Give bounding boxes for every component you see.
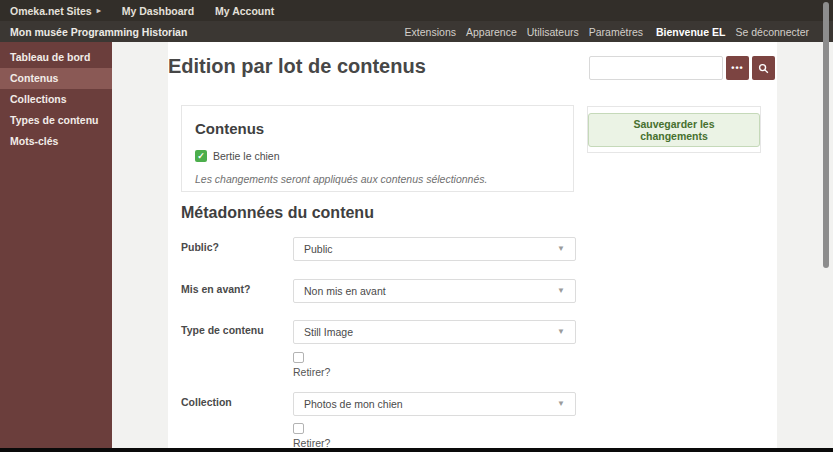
featured-field-label: Mis en avant? — [181, 283, 250, 295]
caret-right-icon: ▸ — [97, 6, 101, 15]
search-icon — [758, 63, 769, 74]
featured-select[interactable]: Non mis en avant ▼ — [293, 279, 576, 303]
advanced-search-button[interactable]: ••• — [726, 56, 749, 80]
item-type-field-label: Type de contenu — [181, 324, 264, 336]
items-panel: Contenus ✓ Bertie le chien Les changemen… — [181, 105, 574, 192]
item-checkbox-label: Bertie le chien — [213, 150, 280, 162]
public-select[interactable]: Public ▼ — [293, 237, 576, 261]
parametres-link[interactable]: Paramètres — [589, 26, 643, 38]
collection-select-value: Photos de mon chien — [304, 398, 403, 410]
admin-bar-links: Extensions Apparence Utilisateurs Paramè… — [405, 26, 809, 38]
chevron-down-icon: ▼ — [557, 238, 565, 260]
omeka-top-bar: Omeka.net Sites ▸ My Dashboard My Accoun… — [0, 0, 833, 21]
chevron-down-icon: ▼ — [557, 393, 565, 415]
apparence-link[interactable]: Apparence — [466, 26, 517, 38]
save-panel: Sauvegarder les changements — [587, 106, 761, 153]
my-account-link[interactable]: My Account — [215, 5, 274, 17]
omeka-sites-menu[interactable]: Omeka.net Sites ▸ — [10, 5, 101, 17]
ellipsis-icon: ••• — [731, 64, 743, 73]
collection-remove-checkbox[interactable] — [293, 423, 304, 434]
featured-select-value: Non mis en avant — [304, 285, 386, 297]
sidebar-item-collections[interactable]: Collections — [0, 89, 112, 110]
item-type-select[interactable]: Still Image ▼ — [293, 320, 576, 344]
items-panel-note: Les changements seront appliqués aux con… — [195, 173, 560, 185]
site-admin-bar: Mon musée Programming Historian Extensio… — [0, 21, 833, 42]
collection-field-label: Collection — [181, 396, 232, 408]
logout-link[interactable]: Se déconnecter — [735, 26, 809, 38]
chevron-down-icon: ▼ — [557, 321, 565, 343]
item-checkbox[interactable]: ✓ — [195, 150, 207, 162]
sidebar-item-tableau-de-bord[interactable]: Tableau de bord — [0, 47, 112, 68]
window-bottom-edge — [0, 448, 833, 452]
site-title-link[interactable]: Mon musée Programming Historian — [10, 26, 187, 38]
extensions-link[interactable]: Extensions — [405, 26, 456, 38]
sidebar-item-types-de-contenu[interactable]: Types de contenu — [0, 110, 112, 131]
sidebar-item-mots-cles[interactable]: Mots-clés — [0, 131, 112, 152]
public-select-value: Public — [304, 243, 333, 255]
vertical-scrollbar-thumb[interactable] — [823, 2, 829, 268]
items-panel-heading: Contenus — [195, 120, 573, 137]
save-changes-button[interactable]: Sauvegarder les changements — [588, 113, 760, 147]
chevron-down-icon: ▼ — [557, 280, 565, 302]
metadata-heading: Métadonnées du contenu — [181, 204, 374, 222]
item-type-select-value: Still Image — [304, 326, 353, 338]
search-bar: ••• — [589, 56, 775, 80]
item-type-remove-label: Retirer? — [293, 366, 330, 378]
page-title: Edition par lot de contenus — [168, 55, 426, 78]
search-button[interactable] — [752, 56, 775, 80]
main-content: Edition par lot de contenus ••• Contenus — [168, 42, 777, 452]
my-dashboard-link[interactable]: My Dashboard — [122, 5, 194, 17]
welcome-user-label: Bienvenue EL — [656, 26, 725, 38]
omeka-admin-window: Omeka.net Sites ▸ My Dashboard My Accoun… — [0, 0, 833, 452]
public-field-label: Public? — [181, 241, 219, 253]
collection-select[interactable]: Photos de mon chien ▼ — [293, 392, 576, 416]
omeka-sites-label: Omeka.net Sites — [10, 5, 92, 17]
utilisateurs-link[interactable]: Utilisateurs — [527, 26, 579, 38]
check-icon: ✓ — [197, 152, 205, 161]
item-checkbox-row: ✓ Bertie le chien — [195, 150, 573, 162]
sidebar-item-contenus[interactable]: Contenus — [0, 68, 112, 89]
admin-sidebar: Tableau de bord Contenus Collections Typ… — [0, 42, 112, 452]
search-input[interactable] — [589, 56, 723, 80]
item-type-remove-checkbox[interactable] — [293, 352, 304, 363]
